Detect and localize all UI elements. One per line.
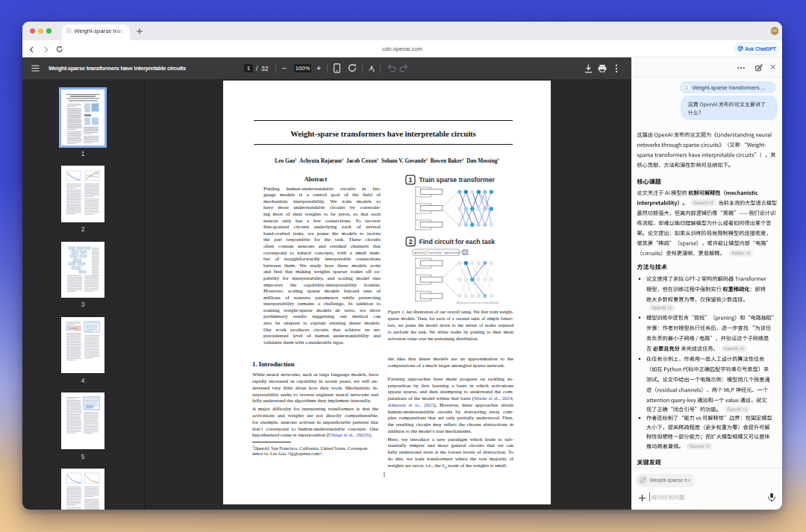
svg-text:Train sparse transformer: Train sparse transformer xyxy=(419,176,496,184)
svg-text:1: 1 xyxy=(409,176,413,184)
svg-text:print("circuit sparsity"): print("circuit sparsity") xyxy=(414,251,463,254)
svg-text:Find circuit for each task: Find circuit for each task xyxy=(419,238,496,245)
svg-text:All pruned nodes are mean-abla: All pruned nodes are mean-ablated xyxy=(457,301,499,304)
svg-text:2: 2 xyxy=(409,238,413,245)
